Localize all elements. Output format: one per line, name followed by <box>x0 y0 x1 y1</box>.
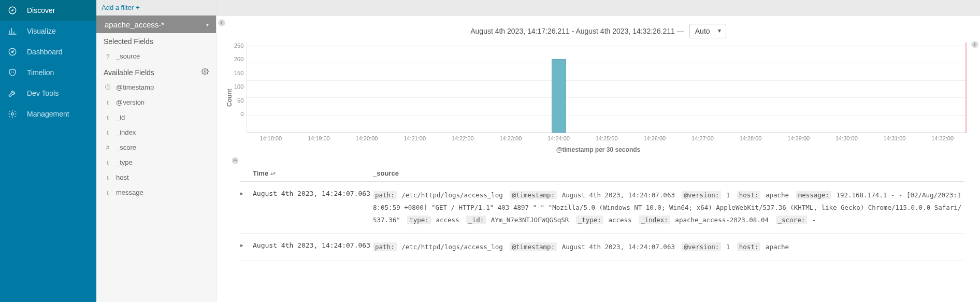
field-key: @timestamp: <box>510 242 557 251</box>
field-value: August 4th 2023, 14:24:07.063 <box>562 243 675 251</box>
collapse-right-icon[interactable] <box>971 40 979 50</box>
field-name: _index <box>116 128 136 136</box>
field-name: host <box>116 174 129 181</box>
field-key: _score: <box>776 215 808 224</box>
column-header-time[interactable]: Time▴▾ <box>253 169 373 177</box>
type-icon: t <box>104 114 112 121</box>
cell-time: August 4th 2023, 14:24:07.063 <box>253 241 373 249</box>
compass-icon <box>7 5 18 16</box>
shield-icon <box>7 67 18 78</box>
field-host[interactable]: thost <box>96 170 216 185</box>
svg-point-7 <box>204 70 206 73</box>
nav-item-timelion[interactable]: Timelion <box>0 62 96 83</box>
plot-area[interactable]: 14:18:0014:19:0014:20:0014:21:0014:22:00… <box>247 42 967 143</box>
cell-source: path: /etc/httpd/logs/access_log @timest… <box>373 241 964 253</box>
nav-label: Timelion <box>27 68 54 77</box>
field-score[interactable]: #_score <box>96 140 216 155</box>
gauge-icon <box>7 47 18 57</box>
type-icon: t <box>104 190 112 196</box>
field-timestamp[interactable]: @timestamp <box>96 80 216 95</box>
index-pattern-selector[interactable]: apache_access-* ▾ <box>96 16 216 33</box>
field-version[interactable]: t@version <box>96 95 216 110</box>
histogram-bar[interactable] <box>552 59 566 133</box>
field-name: _source <box>116 52 140 60</box>
column-header-source[interactable]: _source <box>373 169 964 177</box>
field-key: host: <box>737 242 761 251</box>
field-message[interactable]: tmessage <box>96 185 216 200</box>
type-icon: t <box>104 99 112 106</box>
type-icon: t <box>104 130 112 136</box>
field-key: _id: <box>466 215 486 224</box>
collapse-chart-icon[interactable] <box>217 156 980 166</box>
index-pattern-label: apache_access-* <box>105 20 164 29</box>
field-name: @timestamp <box>116 83 154 91</box>
type-icon: t <box>104 175 112 181</box>
field-value: - <box>812 216 816 224</box>
interval-select[interactable]: Auto <box>689 24 726 38</box>
field-key: @timestamp: <box>510 191 557 199</box>
field-name: @version <box>116 98 145 106</box>
field-type[interactable]: t_type <box>96 155 216 170</box>
field-key: message: <box>796 191 831 199</box>
field-id[interactable]: t_id <box>96 110 216 125</box>
nav-item-discover[interactable]: Discover <box>0 0 96 21</box>
svg-marker-1 <box>11 9 14 12</box>
results-table: Time▴▾ _source ▸August 4th 2023, 14:24:0… <box>217 166 980 302</box>
field-value: 1 <box>726 243 730 251</box>
field-value: apache <box>766 243 789 251</box>
field-value: AYm_N7e3NTJOFWQGSqSR <box>491 216 569 224</box>
field-value: August 4th 2023, 14:24:07.063 <box>562 191 675 199</box>
plus-icon: + <box>136 4 140 11</box>
field-source[interactable]: ?_source <box>96 49 216 64</box>
expand-row-icon[interactable]: ▸ <box>240 189 253 197</box>
nav-item-management[interactable]: Management <box>0 104 96 124</box>
filter-bar-main <box>217 0 980 16</box>
nav-label: Dashboard <box>27 48 63 56</box>
brush-edge[interactable] <box>965 42 967 133</box>
histogram-chart[interactable]: Count 250200150100500 14:18:0014:19:0014… <box>217 40 980 144</box>
x-axis: 14:18:0014:19:0014:20:0014:21:0014:22:00… <box>247 133 967 143</box>
sidebar: DiscoverVisualizeDashboardTimelionDev To… <box>0 0 96 302</box>
field-value: apache_access-2023.08.04 <box>675 216 769 224</box>
fields-panel: Add a filter + apache_access-* ▾ Selecte… <box>96 0 217 302</box>
gear-icon <box>7 109 18 119</box>
field-value: /etc/httpd/logs/access_log <box>401 243 503 251</box>
svg-point-4 <box>11 71 12 73</box>
field-index[interactable]: t_index <box>96 125 216 140</box>
gear-icon[interactable] <box>201 68 209 77</box>
main-content: August 4th 2023, 14:17:26.211 - August 4… <box>217 0 980 302</box>
field-name: _type <box>116 159 133 166</box>
nav-item-visualize[interactable]: Visualize <box>0 21 96 41</box>
expand-row-icon[interactable]: ▸ <box>240 241 253 249</box>
svg-point-5 <box>13 71 14 73</box>
collapse-left-icon[interactable] <box>218 19 226 28</box>
field-key: @version: <box>682 191 721 199</box>
nav-label: Management <box>27 110 69 118</box>
selected-fields-header: Selected Fields <box>96 33 216 49</box>
chevron-down-icon: ▾ <box>206 22 209 27</box>
wrench-icon <box>7 88 18 98</box>
nav-item-dev-tools[interactable]: Dev Tools <box>0 83 96 104</box>
x-axis-label: @timestamp per 30 seconds <box>217 144 980 156</box>
nav-item-dashboard[interactable]: Dashboard <box>0 41 96 62</box>
field-value: 1 <box>726 191 730 199</box>
clock-icon <box>104 84 112 91</box>
field-name: _score <box>116 143 136 151</box>
type-icon: ? <box>104 53 112 60</box>
field-name: _id <box>116 113 125 121</box>
add-filter-button[interactable]: Add a filter + <box>96 0 216 16</box>
field-key: path: <box>373 191 397 199</box>
field-key: type: <box>407 215 431 224</box>
svg-point-9 <box>218 19 225 26</box>
field-key: _index: <box>639 215 670 224</box>
type-icon: # <box>104 145 112 151</box>
y-axis-label: Count <box>225 53 234 143</box>
field-key: host: <box>737 191 761 199</box>
type-icon: t <box>104 160 112 166</box>
field-key: path: <box>373 242 397 251</box>
cell-source: path: /etc/httpd/logs/access_log @timest… <box>373 189 964 226</box>
cell-time: August 4th 2023, 14:24:07.063 <box>253 189 373 197</box>
table-row: ▸August 4th 2023, 14:24:07.063path: /etc… <box>240 182 964 234</box>
field-value: /etc/httpd/logs/access_log <box>401 191 503 199</box>
svg-point-10 <box>971 41 978 48</box>
